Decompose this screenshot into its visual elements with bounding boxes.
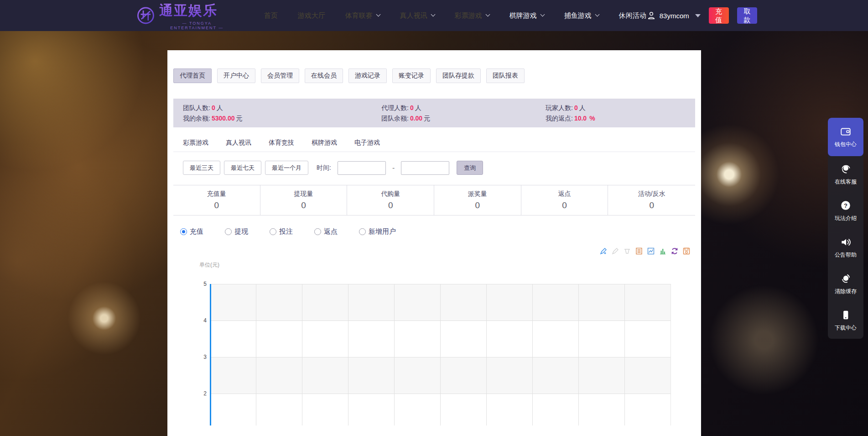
customer-service-icon [840, 163, 852, 175]
tab-online-members[interactable]: 在线会员 [305, 68, 343, 83]
game-category-tabs: 彩票游戏 真人视讯 体育竞技 棋牌游戏 电子游戏 [173, 139, 695, 152]
svg-text:?: ? [844, 202, 847, 209]
sidebar-item-customer-service[interactable]: 在线客服 [828, 156, 863, 193]
tab-open-account[interactable]: 开户中心 [217, 68, 255, 83]
nav-item-board-games[interactable]: 棋牌游戏 [509, 11, 544, 20]
last-7-days-button[interactable]: 最近七天 [224, 161, 261, 175]
tab-game-records[interactable]: 游戏记录 [348, 68, 387, 83]
floating-sidebar: 钱包中心 在线客服 ? 玩法介绍 公告帮助 清除缓存 下载中心 [828, 118, 863, 339]
tab-member-management[interactable]: 会员管理 [261, 68, 299, 83]
last-3-days-button[interactable]: 最近三天 [183, 161, 220, 175]
team-balance: 团队余额:0.00元 [381, 113, 546, 124]
chevron-down-icon [431, 12, 435, 17]
sidebar-item-download-center[interactable]: 下载中心 [828, 302, 863, 339]
y-axis-tick: 4 [198, 317, 207, 324]
nav-item-home[interactable]: 首页 [264, 11, 278, 20]
radio-circle-icon [359, 228, 366, 235]
line-chart-icon[interactable] [647, 247, 655, 255]
data-view-icon[interactable] [635, 247, 643, 255]
tab-team-reports[interactable]: 团队报表 [486, 68, 525, 83]
date-range-separator: - [392, 164, 395, 172]
team-count: 团队人数:0人 [183, 103, 381, 113]
card-withdraw-amount: 提现量0 [260, 185, 348, 215]
radio-rebate[interactable]: 返点 [314, 227, 338, 236]
brush-icon[interactable] [599, 247, 608, 255]
time-label: 时间: [317, 164, 331, 172]
radio-circle-icon [270, 228, 276, 235]
card-deposit-amount: 充值量0 [173, 185, 260, 215]
announcement-icon [840, 236, 852, 248]
chart-plot-area: 5 4 3 2 [210, 284, 671, 425]
brand-title: 通亚娱乐 [159, 1, 235, 20]
y-axis-tick: 3 [198, 354, 207, 360]
chevron-down-icon [540, 12, 545, 17]
nav-item-live-casino[interactable]: 真人视讯 [400, 11, 435, 20]
dropdown-arrow-icon [695, 14, 701, 17]
radio-bet[interactable]: 投注 [270, 227, 293, 236]
chevron-down-icon [485, 12, 490, 17]
nav-item-sports[interactable]: 体育联赛 [345, 11, 380, 20]
tab-team-deposits[interactable]: 团队存提款 [436, 68, 481, 83]
date-end-input[interactable] [401, 161, 449, 175]
game-tab-lottery[interactable]: 彩票游戏 [183, 139, 208, 147]
chart-unit-label: 单位(元) [199, 261, 695, 269]
main-nav-menu: 首页 游戏大厅 体育联赛 真人视讯 彩票游戏 棋牌游戏 捕鱼游戏 休闲活动 [264, 11, 646, 20]
card-purchase-amount: 代购量0 [347, 185, 434, 215]
tab-agent-home[interactable]: 代理首页 [173, 68, 212, 83]
chart-metric-radios: 充值 提现 投注 返点 新增用户 [173, 227, 695, 236]
chart-grid [210, 284, 671, 425]
game-tab-live[interactable]: 真人视讯 [226, 139, 251, 147]
game-tab-board[interactable]: 棋牌游戏 [312, 139, 337, 147]
chevron-down-icon [376, 12, 380, 17]
date-filter-row: 最近三天 最近七天 最近一个月 时间: - 查询 [173, 161, 695, 175]
nav-item-leisure[interactable]: 休闲活动 [619, 11, 646, 20]
withdraw-button[interactable]: 取款 [737, 7, 757, 24]
query-button[interactable]: 查询 [457, 161, 483, 175]
bar-chart-icon[interactable] [659, 247, 667, 255]
stat-cards: 充值量0 提现量0 代购量0 派奖量0 返点0 活动/反水0 [173, 185, 695, 215]
brush-clear-icon[interactable] [623, 247, 631, 255]
save-image-icon[interactable] [682, 247, 691, 255]
download-phone-icon [840, 309, 852, 321]
restore-icon[interactable] [670, 247, 679, 255]
user-icon [646, 11, 656, 21]
radio-new-users[interactable]: 新增用户 [359, 227, 396, 236]
card-rebate: 返点0 [521, 185, 608, 215]
nav-item-game-hall[interactable]: 游戏大厅 [298, 11, 325, 20]
last-month-button[interactable]: 最近一个月 [265, 161, 308, 175]
radio-circle-icon [314, 228, 321, 235]
nav-item-fishing[interactable]: 捕鱼游戏 [564, 11, 599, 20]
sidebar-item-how-to-play[interactable]: ? 玩法介绍 [828, 193, 863, 229]
tab-account-changes[interactable]: 账变记录 [392, 68, 431, 83]
game-tab-sports[interactable]: 体育竞技 [269, 139, 294, 147]
my-balance: 我的余额:5300.00元 [183, 113, 381, 124]
username: 83ymcom [660, 12, 689, 20]
card-activity-rebate: 活动/反水0 [608, 185, 695, 215]
chart-toolbox [173, 247, 695, 255]
sidebar-item-wallet-center[interactable]: 钱包中心 [828, 118, 863, 156]
question-icon: ? [840, 200, 852, 211]
brush-polygon-icon[interactable] [611, 247, 619, 255]
chevron-down-icon [595, 12, 599, 17]
brand-subtitle: — TONGYA ENTERTAINMENT — [159, 21, 235, 30]
clear-cache-icon [840, 273, 852, 284]
date-start-input[interactable] [338, 161, 386, 175]
card-payout-amount: 派奖量0 [434, 185, 521, 215]
sidebar-item-clear-cache[interactable]: 清除缓存 [828, 266, 863, 302]
radio-circle-icon [180, 228, 187, 235]
brand-logo[interactable]: 通亚娱乐 — TONGYA ENTERTAINMENT — [136, 1, 235, 30]
agent-count: 代理人数:0人 [381, 103, 546, 113]
radio-circle-icon [225, 228, 232, 235]
user-menu[interactable]: 83ymcom [646, 11, 701, 21]
y-axis-tick: 5 [198, 281, 207, 287]
deposit-button[interactable]: 充值 [709, 7, 729, 24]
game-tab-electronic[interactable]: 电子游戏 [354, 139, 380, 147]
player-count: 玩家人数:0人 [546, 103, 695, 113]
radio-deposit[interactable]: 充值 [180, 227, 203, 236]
nav-item-lottery[interactable]: 彩票游戏 [455, 11, 489, 20]
radio-withdraw[interactable]: 提现 [225, 227, 248, 236]
sidebar-item-announcements[interactable]: 公告帮助 [828, 229, 863, 266]
wallet-icon [840, 126, 852, 137]
agent-tabs: 代理首页 开户中心 会员管理 在线会员 游戏记录 账变记录 团队存提款 团队报表 [173, 68, 695, 83]
my-rebate: 我的返点:10.0% [546, 113, 695, 124]
